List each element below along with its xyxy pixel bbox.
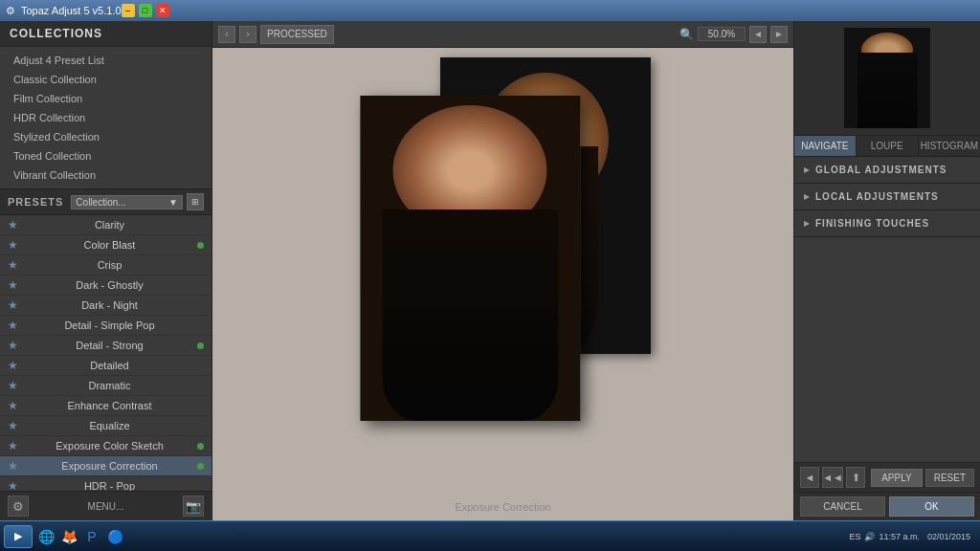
presets-label: PRESETS — [8, 196, 63, 208]
taskbar-icon-2[interactable]: 🦊 — [59, 527, 78, 546]
toolbar: ‹ › PROCESSED 🔍 50.0% ◄ ► — [212, 21, 793, 48]
collection-item[interactable]: Film Collection — [0, 89, 212, 108]
preset-name: Detailed — [26, 360, 193, 371]
preset-name: Exposure Correction — [26, 460, 193, 472]
adjustment-header[interactable]: ▶FINISHING TOUCHES — [794, 210, 980, 236]
presets-header: PRESETS Collection... ▼ ⊞ — [0, 189, 212, 215]
taskbar-icon-1[interactable]: 🌐 — [36, 527, 56, 546]
preset-item[interactable]: ★Equalize — [0, 416, 212, 436]
processed-button[interactable]: PROCESSED — [260, 25, 334, 44]
preset-item[interactable]: ★Detail - Simple Pop — [0, 316, 212, 336]
menu-label[interactable]: MENU... — [88, 501, 124, 512]
back-button[interactable]: ◄ — [800, 467, 819, 488]
collections-header: COLLECTIONS — [0, 21, 212, 47]
preset-dot — [197, 463, 204, 470]
adjustment-section: ▶FINISHING TOUCHES — [794, 210, 980, 237]
presets-list: ★Clarity★Color Blast★Crisp★Dark - Ghostl… — [0, 215, 212, 491]
collection-item[interactable]: Stylized Collection — [0, 127, 212, 146]
preset-item[interactable]: ★Clarity — [0, 215, 212, 235]
thumbnail-area — [794, 21, 980, 136]
nav-tab-histogram[interactable]: HISTOGRAM — [919, 136, 980, 156]
speaker-icon: 🔊 — [864, 532, 875, 541]
collection-item[interactable]: Toned Collection — [0, 146, 212, 165]
preset-name: Enhance Contrast — [26, 400, 193, 411]
nav-tab-loupe[interactable]: LOUPE — [857, 136, 919, 156]
minimize-button[interactable]: – — [122, 4, 135, 17]
triangle-right-icon: ▶ — [804, 165, 810, 174]
maximize-button[interactable]: □ — [139, 4, 152, 17]
adjustment-header[interactable]: ▶GLOBAL ADJUSTMENTS — [794, 157, 980, 183]
preset-dot — [197, 342, 204, 349]
collections-title: COLLECTIONS — [10, 27, 102, 40]
photo-container — [212, 48, 793, 520]
zoom-icon: 🔍 — [679, 28, 694, 41]
collection-item[interactable]: Adjust 4 Preset List — [0, 51, 212, 70]
preset-item[interactable]: ★Color Blast — [0, 235, 212, 255]
nav-right-button[interactable]: › — [239, 26, 256, 43]
taskbar-icon-3[interactable]: P — [82, 527, 101, 546]
app-icon: ⚙ — [6, 5, 15, 17]
preset-name: Dark - Night — [26, 299, 193, 311]
collection-item[interactable]: Vibrant Collection — [0, 165, 212, 185]
triangle-right-icon: ▶ — [804, 219, 810, 228]
preset-item[interactable]: ★HDR - Pop — [0, 476, 212, 491]
preset-name: Detail - Simple Pop — [26, 320, 193, 331]
collection-item[interactable]: HDR Collection — [0, 108, 212, 127]
star-icon: ★ — [8, 479, 18, 491]
title-bar: ⚙ Topaz Adjust 5 v5.1.0 – □ ✕ — [0, 0, 980, 21]
zoom-display: 50.0% — [698, 27, 746, 41]
adjustments-panel: ▶GLOBAL ADJUSTMENTS▶LOCAL ADJUSTMENTS▶FI… — [794, 157, 980, 462]
adjustment-label: GLOBAL ADJUSTMENTS — [815, 165, 947, 175]
grid-view-button[interactable]: ⊞ — [187, 193, 204, 210]
system-tray: ES 🔊 11:57 a.m. 02/01/2015 — [843, 532, 976, 541]
forward-button[interactable]: ⬆ — [846, 467, 865, 488]
star-icon: ★ — [8, 359, 18, 372]
preset-item[interactable]: ★Enhance Contrast — [0, 396, 212, 416]
tray-time: 11:57 a.m. — [879, 532, 920, 541]
apply-button[interactable]: APPLY — [871, 469, 923, 487]
preset-item[interactable]: ★Dark - Night — [0, 296, 212, 316]
camera-button[interactable]: 📷 — [183, 496, 204, 517]
star-icon: ★ — [8, 379, 18, 392]
preset-item[interactable]: ★Crisp — [0, 255, 212, 276]
preset-item[interactable]: ★Detailed — [0, 356, 212, 376]
star-icon: ★ — [8, 339, 18, 352]
adjustment-section: ▶LOCAL ADJUSTMENTS — [794, 184, 980, 210]
star-icon: ★ — [8, 258, 18, 272]
preset-name: HDR - Pop — [26, 480, 193, 491]
star-icon: ★ — [8, 298, 18, 312]
preset-item[interactable]: ★Detail - Strong — [0, 336, 212, 356]
preset-item[interactable]: ★Dramatic — [0, 376, 212, 396]
nav-left-button[interactable]: ‹ — [218, 26, 235, 43]
chevron-left-icon: ‹ — [225, 29, 228, 39]
right-footer: CANCEL OK — [794, 492, 980, 520]
preset-name: Color Blast — [26, 239, 193, 251]
preset-item[interactable]: ★Exposure Color Sketch — [0, 436, 212, 456]
reset-button[interactable]: RESET — [925, 469, 974, 487]
close-button[interactable]: ✕ — [156, 4, 169, 17]
collection-dropdown[interactable]: Collection... ▼ — [71, 195, 183, 209]
preset-dot — [197, 242, 204, 249]
zoom-out-button[interactable]: ◄ — [749, 26, 767, 43]
nav-tab-navigate[interactable]: NAVIGATE — [794, 136, 857, 156]
back2-button[interactable]: ◄◄ — [822, 467, 843, 488]
star-icon: ★ — [8, 399, 18, 412]
taskbar: ▶ 🌐 🦊 P 🔵 ES 🔊 11:57 a.m. 02/01/2015 — [0, 520, 980, 551]
zoom-in-button[interactable]: ► — [770, 26, 788, 43]
preset-name: Equalize — [26, 420, 193, 431]
tray-date: 02/01/2015 — [927, 532, 970, 541]
settings-button[interactable]: ⚙ — [8, 496, 29, 517]
start-button[interactable]: ▶ — [4, 525, 33, 548]
ok-button[interactable]: OK — [889, 496, 974, 517]
preset-item[interactable]: ★Dark - Ghostly — [0, 276, 212, 296]
cancel-button[interactable]: CANCEL — [800, 496, 885, 517]
main-layout: COLLECTIONS Adjust 4 Preset ListClassic … — [0, 21, 980, 520]
adjustment-label: LOCAL ADJUSTMENTS — [815, 191, 939, 202]
photo-front — [360, 96, 580, 421]
preset-name: Clarity — [26, 219, 193, 231]
taskbar-icon-4[interactable]: 🔵 — [105, 527, 124, 546]
collection-item[interactable]: Classic Collection — [0, 70, 212, 89]
processed-label: PROCESSED — [267, 29, 327, 39]
preset-item[interactable]: ★Exposure Correction — [0, 456, 212, 476]
adjustment-header[interactable]: ▶LOCAL ADJUSTMENTS — [794, 184, 980, 209]
